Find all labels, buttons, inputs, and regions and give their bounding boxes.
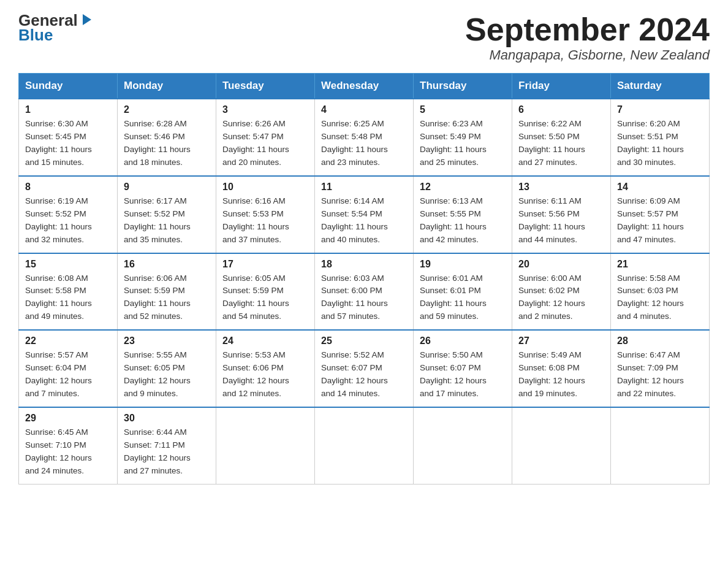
day-number: 16 bbox=[124, 259, 210, 270]
day-number: 8 bbox=[25, 182, 111, 193]
calendar-table: SundayMondayTuesdayWednesdayThursdayFrid… bbox=[18, 73, 710, 484]
day-number: 17 bbox=[222, 259, 308, 270]
calendar-cell: 5Sunrise: 6:23 AM Sunset: 5:49 PM Daylig… bbox=[414, 99, 512, 176]
column-header-sunday: Sunday bbox=[19, 74, 118, 99]
day-info: Sunrise: 6:01 AM Sunset: 6:01 PM Dayligh… bbox=[420, 272, 506, 324]
calendar-cell: 4Sunrise: 6:25 AM Sunset: 5:48 PM Daylig… bbox=[315, 99, 414, 176]
day-info: Sunrise: 6:05 AM Sunset: 5:59 PM Dayligh… bbox=[222, 272, 308, 324]
day-number: 19 bbox=[420, 259, 506, 270]
day-number: 12 bbox=[420, 182, 506, 193]
calendar-cell: 2Sunrise: 6:28 AM Sunset: 5:46 PM Daylig… bbox=[118, 99, 216, 176]
day-number: 3 bbox=[222, 104, 308, 115]
calendar-cell: 11Sunrise: 6:14 AM Sunset: 5:54 PM Dayli… bbox=[315, 176, 414, 253]
day-number: 13 bbox=[518, 182, 604, 193]
calendar-cell bbox=[216, 407, 315, 484]
day-info: Sunrise: 6:11 AM Sunset: 5:56 PM Dayligh… bbox=[518, 195, 604, 247]
day-info: Sunrise: 6:14 AM Sunset: 5:54 PM Dayligh… bbox=[321, 195, 407, 247]
calendar-week-row: 15Sunrise: 6:08 AM Sunset: 5:58 PM Dayli… bbox=[19, 253, 710, 331]
day-info: Sunrise: 6:25 AM Sunset: 5:48 PM Dayligh… bbox=[321, 118, 407, 169]
day-number: 2 bbox=[124, 104, 210, 115]
day-number: 27 bbox=[518, 335, 604, 347]
column-header-tuesday: Tuesday bbox=[216, 74, 315, 99]
logo-arrow-icon bbox=[79, 13, 93, 26]
column-header-wednesday: Wednesday bbox=[315, 74, 414, 99]
calendar-cell: 30Sunrise: 6:44 AM Sunset: 7:11 PM Dayli… bbox=[118, 407, 216, 484]
column-header-friday: Friday bbox=[512, 74, 611, 99]
day-info: Sunrise: 6:20 AM Sunset: 5:51 PM Dayligh… bbox=[617, 118, 703, 169]
calendar-cell: 6Sunrise: 6:22 AM Sunset: 5:50 PM Daylig… bbox=[512, 99, 611, 176]
calendar-cell: 14Sunrise: 6:09 AM Sunset: 5:57 PM Dayli… bbox=[611, 176, 710, 253]
day-info: Sunrise: 6:00 AM Sunset: 6:02 PM Dayligh… bbox=[518, 272, 604, 324]
calendar-cell: 7Sunrise: 6:20 AM Sunset: 5:51 PM Daylig… bbox=[611, 99, 710, 176]
calendar-cell bbox=[512, 407, 611, 484]
day-info: Sunrise: 6:19 AM Sunset: 5:52 PM Dayligh… bbox=[25, 195, 111, 247]
day-number: 1 bbox=[25, 104, 111, 115]
day-info: Sunrise: 6:28 AM Sunset: 5:46 PM Dayligh… bbox=[124, 118, 210, 169]
svg-marker-0 bbox=[83, 14, 91, 25]
column-header-saturday: Saturday bbox=[611, 74, 710, 99]
calendar-cell: 9Sunrise: 6:17 AM Sunset: 5:52 PM Daylig… bbox=[118, 176, 216, 253]
calendar-week-row: 22Sunrise: 5:57 AM Sunset: 6:04 PM Dayli… bbox=[19, 330, 710, 407]
day-info: Sunrise: 5:49 AM Sunset: 6:08 PM Dayligh… bbox=[518, 349, 604, 400]
calendar-cell bbox=[611, 407, 710, 484]
day-number: 20 bbox=[518, 259, 604, 270]
day-info: Sunrise: 6:13 AM Sunset: 5:55 PM Dayligh… bbox=[420, 195, 506, 247]
calendar-cell: 17Sunrise: 6:05 AM Sunset: 5:59 PM Dayli… bbox=[216, 253, 315, 331]
logo-text-blue: Blue bbox=[18, 26, 53, 45]
day-info: Sunrise: 6:44 AM Sunset: 7:11 PM Dayligh… bbox=[124, 426, 210, 478]
calendar-cell: 13Sunrise: 6:11 AM Sunset: 5:56 PM Dayli… bbox=[512, 176, 611, 253]
calendar-cell: 3Sunrise: 6:26 AM Sunset: 5:47 PM Daylig… bbox=[216, 99, 315, 176]
day-info: Sunrise: 6:09 AM Sunset: 5:57 PM Dayligh… bbox=[617, 195, 703, 247]
calendar-cell: 28Sunrise: 6:47 AM Sunset: 7:09 PM Dayli… bbox=[611, 330, 710, 407]
calendar-cell: 8Sunrise: 6:19 AM Sunset: 5:52 PM Daylig… bbox=[19, 176, 118, 253]
calendar-week-row: 29Sunrise: 6:45 AM Sunset: 7:10 PM Dayli… bbox=[19, 407, 710, 484]
day-info: Sunrise: 6:47 AM Sunset: 7:09 PM Dayligh… bbox=[617, 349, 703, 400]
calendar-cell: 15Sunrise: 6:08 AM Sunset: 5:58 PM Dayli… bbox=[19, 253, 118, 331]
day-info: Sunrise: 6:06 AM Sunset: 5:59 PM Dayligh… bbox=[124, 272, 210, 324]
calendar-cell: 25Sunrise: 5:52 AM Sunset: 6:07 PM Dayli… bbox=[315, 330, 414, 407]
column-header-thursday: Thursday bbox=[414, 74, 512, 99]
calendar-header-row: SundayMondayTuesdayWednesdayThursdayFrid… bbox=[19, 74, 710, 99]
location-title: Mangapapa, Gisborne, New Zealand bbox=[465, 47, 710, 63]
day-number: 21 bbox=[617, 259, 703, 270]
day-number: 18 bbox=[321, 259, 407, 270]
page-header: General Blue September 2024 Mangapapa, G… bbox=[18, 12, 710, 63]
day-info: Sunrise: 5:58 AM Sunset: 6:03 PM Dayligh… bbox=[617, 272, 703, 324]
calendar-cell: 27Sunrise: 5:49 AM Sunset: 6:08 PM Dayli… bbox=[512, 330, 611, 407]
calendar-cell bbox=[414, 407, 512, 484]
day-info: Sunrise: 6:45 AM Sunset: 7:10 PM Dayligh… bbox=[25, 426, 111, 478]
day-info: Sunrise: 6:16 AM Sunset: 5:53 PM Dayligh… bbox=[222, 195, 308, 247]
day-number: 9 bbox=[124, 182, 210, 193]
calendar-cell: 22Sunrise: 5:57 AM Sunset: 6:04 PM Dayli… bbox=[19, 330, 118, 407]
month-title: September 2024 bbox=[465, 12, 710, 47]
day-info: Sunrise: 5:52 AM Sunset: 6:07 PM Dayligh… bbox=[321, 349, 407, 400]
calendar-week-row: 1Sunrise: 6:30 AM Sunset: 5:45 PM Daylig… bbox=[19, 99, 710, 176]
calendar-cell: 21Sunrise: 5:58 AM Sunset: 6:03 PM Dayli… bbox=[611, 253, 710, 331]
day-info: Sunrise: 6:22 AM Sunset: 5:50 PM Dayligh… bbox=[518, 118, 604, 169]
column-header-monday: Monday bbox=[118, 74, 216, 99]
day-number: 28 bbox=[617, 335, 703, 347]
day-number: 4 bbox=[321, 104, 407, 115]
day-number: 24 bbox=[222, 335, 308, 347]
day-info: Sunrise: 6:08 AM Sunset: 5:58 PM Dayligh… bbox=[25, 272, 111, 324]
logo: General Blue bbox=[18, 12, 93, 45]
calendar-cell: 26Sunrise: 5:50 AM Sunset: 6:07 PM Dayli… bbox=[414, 330, 512, 407]
day-info: Sunrise: 6:30 AM Sunset: 5:45 PM Dayligh… bbox=[25, 118, 111, 169]
day-info: Sunrise: 6:17 AM Sunset: 5:52 PM Dayligh… bbox=[124, 195, 210, 247]
day-number: 26 bbox=[420, 335, 506, 347]
title-block: September 2024 Mangapapa, Gisborne, New … bbox=[465, 12, 710, 63]
day-number: 30 bbox=[124, 413, 210, 424]
calendar-cell: 20Sunrise: 6:00 AM Sunset: 6:02 PM Dayli… bbox=[512, 253, 611, 331]
day-number: 22 bbox=[25, 335, 111, 347]
calendar-cell: 23Sunrise: 5:55 AM Sunset: 6:05 PM Dayli… bbox=[118, 330, 216, 407]
day-info: Sunrise: 5:50 AM Sunset: 6:07 PM Dayligh… bbox=[420, 349, 506, 400]
calendar-cell: 24Sunrise: 5:53 AM Sunset: 6:06 PM Dayli… bbox=[216, 330, 315, 407]
day-number: 25 bbox=[321, 335, 407, 347]
calendar-cell: 19Sunrise: 6:01 AM Sunset: 6:01 PM Dayli… bbox=[414, 253, 512, 331]
day-info: Sunrise: 6:23 AM Sunset: 5:49 PM Dayligh… bbox=[420, 118, 506, 169]
day-number: 10 bbox=[222, 182, 308, 193]
day-info: Sunrise: 5:57 AM Sunset: 6:04 PM Dayligh… bbox=[25, 349, 111, 400]
day-info: Sunrise: 6:03 AM Sunset: 6:00 PM Dayligh… bbox=[321, 272, 407, 324]
day-number: 23 bbox=[124, 335, 210, 347]
day-number: 15 bbox=[25, 259, 111, 270]
